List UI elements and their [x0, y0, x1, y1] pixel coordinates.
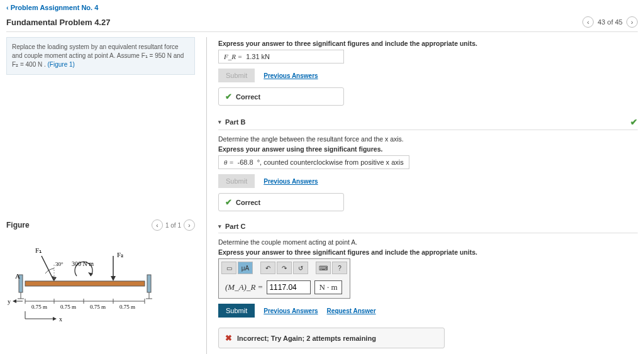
partc-title: Part C [225, 223, 245, 230]
partc-unit-input[interactable]: N · m [314, 280, 341, 294]
partc-answer-panel: ▭ μA ↶ ↷ ↺ ⌨ ? (M_A)_R = N · m [218, 258, 350, 299]
partc-submit-button[interactable]: Submit [218, 304, 255, 318]
svg-text:0.75 m: 0.75 m [31, 304, 47, 310]
check-icon: ✔ [225, 92, 232, 101]
partb-value: -68.8 [238, 158, 253, 166]
tool-units-icon[interactable]: μA [238, 262, 253, 274]
svg-text:0.75 m: 0.75 m [60, 304, 76, 310]
parta-answer-display: F_R = 1.31 kN [218, 50, 344, 64]
svg-text:F₂: F₂ [117, 251, 123, 258]
parta-prev-answers-link[interactable]: Previous Answers [264, 72, 318, 79]
partb-title: Part B [225, 118, 245, 126]
partc-feedback: ✖ Incorrect; Try Again; 2 attempts remai… [218, 328, 445, 348]
partb-feedback: ✔ Correct [218, 193, 344, 211]
next-problem-button[interactable]: › [626, 16, 638, 28]
progress-nav: ‹ 43 of 45 › [582, 16, 638, 28]
progress-text: 43 of 45 [597, 18, 623, 26]
partb-instr: Express your answer using three signific… [218, 145, 638, 153]
partc-instr: Express your answer to three significant… [218, 248, 638, 256]
page-title: Fundamental Problem 4.27 [6, 18, 110, 27]
svg-text:A: A [15, 272, 20, 280]
partc-request-answer-link[interactable]: Request Answer [327, 307, 376, 314]
partc-header[interactable]: Part C [218, 223, 638, 233]
partc-feedback-text: Incorrect; Try Again; 2 attempts remaini… [237, 335, 376, 342]
breadcrumb[interactable]: Problem Assignment No. 4 [6, 4, 638, 11]
prompt-text: Replace the loading system by an equival… [12, 43, 184, 68]
partc-symbol: (M_A)_R = [225, 282, 263, 292]
svg-marker-13 [111, 276, 116, 281]
figure-label: Figure [6, 221, 30, 230]
partb-feedback-text: Correct [236, 199, 260, 206]
parta-symbol: F_R = [224, 53, 242, 60]
svg-rect-4 [147, 275, 151, 292]
tool-reset-icon[interactable]: ↺ [293, 262, 308, 274]
tool-redo-icon[interactable]: ↷ [277, 262, 292, 274]
fig-next-button[interactable]: › [184, 219, 195, 231]
partb-unit: °, counted counterclockwise from positiv… [257, 158, 404, 166]
tool-undo-icon[interactable]: ↶ [260, 262, 275, 274]
prompt-box: Replace the loading system by an equival… [6, 37, 195, 75]
cross-icon: ✖ [225, 333, 232, 343]
fig-prev-button[interactable]: ‹ [152, 219, 163, 231]
check-icon: ✔ [225, 197, 232, 207]
partc-value-input[interactable] [267, 280, 311, 294]
svg-text:x: x [59, 316, 62, 323]
check-icon: ✔ [630, 117, 638, 127]
prev-problem-button[interactable]: ‹ [582, 16, 594, 28]
svg-marker-19 [13, 299, 16, 303]
figure-diagram: F₁ 30° F₂ 300 N·m A y 0. [6, 231, 170, 325]
partb-question: Determine the angle between the resultan… [218, 135, 638, 143]
math-toolbar: ▭ μA ↶ ↷ ↺ ⌨ ? [219, 259, 350, 277]
partb-submit-button: Submit [218, 174, 255, 188]
figure-pos: 1 of 1 [165, 222, 181, 229]
svg-text:0.75 m: 0.75 m [119, 304, 135, 310]
tool-keyboard-icon[interactable]: ⌨ [316, 262, 331, 274]
svg-marker-32 [53, 317, 57, 321]
partc-question: Determine the couple moment acting at po… [218, 238, 638, 246]
svg-text:0.75 m: 0.75 m [90, 304, 106, 310]
parta-value: 1.31 kN [246, 53, 270, 60]
tool-help-icon[interactable]: ? [332, 262, 347, 274]
parta-submit-button: Submit [218, 69, 255, 82]
svg-text:300 N·m: 300 N·m [72, 260, 94, 267]
parta-feedback: ✔ Correct [218, 87, 344, 106]
parta-feedback-text: Correct [236, 93, 260, 101]
svg-text:F₁: F₁ [35, 246, 42, 254]
svg-text:30°: 30° [55, 261, 64, 267]
parta-instr: Express your answer to three significant… [218, 40, 638, 47]
partb-answer-display: θ = -68.8 °, counted counterclockwise fr… [218, 155, 409, 169]
tool-template-icon[interactable]: ▭ [221, 262, 236, 274]
figure-link[interactable]: (Figure 1) [48, 61, 75, 68]
partb-header[interactable]: Part B ✔ [218, 117, 638, 130]
svg-rect-0 [25, 281, 145, 286]
partc-prev-answers-link[interactable]: Previous Answers [264, 307, 318, 314]
partb-prev-answers-link[interactable]: Previous Answers [264, 178, 318, 185]
svg-text:y: y [8, 298, 11, 305]
partb-symbol: θ = [224, 158, 234, 166]
